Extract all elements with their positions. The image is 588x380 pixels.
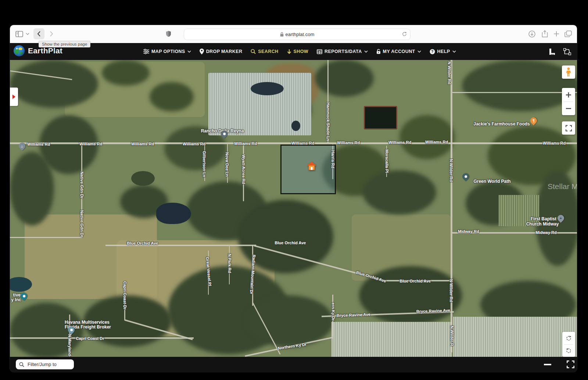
road-label: Capri Coast Dr bbox=[123, 281, 127, 309]
road-label: Blue Orchid Ave bbox=[400, 279, 431, 283]
road-label: Capri Coast Dr bbox=[76, 336, 104, 341]
road-label: Bryce Ravine Ave bbox=[337, 312, 370, 317]
pegman-control[interactable] bbox=[562, 65, 575, 79]
pond bbox=[131, 171, 155, 186]
road-label: N Wilder R bbox=[450, 326, 454, 346]
menu-show[interactable]: SHOW bbox=[287, 49, 309, 54]
home-glyph: ⌂ bbox=[19, 143, 25, 149]
menu-search[interactable]: SEARCH bbox=[251, 49, 278, 54]
address-bar[interactable]: earthplat.com bbox=[184, 29, 410, 40]
url-text: earthplat.com bbox=[286, 32, 315, 37]
road-label: Blue Orchid Ave bbox=[275, 241, 306, 245]
filter-jump-input[interactable] bbox=[27, 361, 69, 367]
pin-dot bbox=[70, 329, 73, 331]
crop-field bbox=[453, 317, 577, 357]
map-pin-icon: ⌂ bbox=[17, 141, 26, 150]
privacy-shield-icon[interactable] bbox=[163, 28, 174, 39]
new-tab-icon[interactable] bbox=[551, 28, 562, 39]
menu-drop-marker[interactable]: DROP MARKER bbox=[200, 49, 243, 54]
road-label: Harris Rd bbox=[331, 150, 335, 168]
road-label: Midway Rd bbox=[535, 230, 556, 235]
road-label: Nova Dee Ln bbox=[225, 152, 229, 177]
road-native-gdn-dr bbox=[10, 237, 82, 238]
filter-jump-box[interactable] bbox=[16, 359, 74, 369]
poi-label: y Inc bbox=[11, 297, 21, 302]
road-label: Williams Rd bbox=[79, 142, 102, 146]
menu-help[interactable]: ? HELP bbox=[430, 49, 456, 54]
road-n-wilder-rd bbox=[451, 60, 452, 352]
collapse-bar-button[interactable] bbox=[541, 357, 554, 372]
road-label: Williams Rd bbox=[425, 140, 448, 144]
poi-label: Church Midway bbox=[526, 221, 559, 227]
back-button[interactable] bbox=[33, 28, 44, 39]
draw-polygon-icon[interactable] bbox=[563, 48, 571, 55]
svg-text:?: ? bbox=[431, 50, 434, 54]
search-icon bbox=[251, 49, 256, 54]
rotate-counterclockwise-button[interactable] bbox=[562, 345, 575, 357]
poi-label: First Baptist bbox=[531, 216, 556, 221]
app-navbar: EarthPlat MAP OPTIONS DROP MARKER SEARCH… bbox=[10, 43, 577, 60]
zoom-out-button[interactable] bbox=[562, 102, 575, 115]
menu-label: HELP bbox=[437, 49, 450, 54]
rotate-control bbox=[562, 332, 575, 357]
back-button-tooltip: Show the previous page bbox=[39, 41, 90, 47]
https-lock-icon bbox=[280, 32, 284, 37]
sidebar-expand-tab[interactable] bbox=[10, 88, 18, 106]
road-minor bbox=[452, 92, 577, 93]
rotate-clockwise-button[interactable] bbox=[562, 332, 575, 344]
map-fullscreen-button[interactable] bbox=[562, 121, 575, 135]
earthplat-globe-icon bbox=[14, 45, 25, 56]
download-icon[interactable] bbox=[526, 28, 537, 39]
fullscreen-corners-icon bbox=[566, 125, 572, 131]
chevron-down-icon bbox=[364, 50, 368, 53]
expand-fullscreen-button[interactable] bbox=[564, 357, 577, 372]
road-label: N Park Rd bbox=[227, 254, 232, 273]
menu-reports-data[interactable]: REPORTS/DATA bbox=[317, 49, 368, 54]
share-icon[interactable] bbox=[539, 28, 550, 39]
road-label: Williams Rd bbox=[183, 142, 205, 146]
chevron-down-icon bbox=[187, 50, 191, 53]
menu-label: SHOW bbox=[294, 49, 309, 54]
menu-my-account[interactable]: MY ACCOUNT bbox=[376, 49, 421, 54]
reload-icon[interactable] bbox=[402, 31, 407, 38]
pin-dot bbox=[23, 295, 25, 298]
road-label: Gilbertson Ln bbox=[202, 151, 207, 177]
trees bbox=[359, 266, 462, 325]
road-label: Midway Rd bbox=[458, 229, 479, 234]
road-label: Blue Orchid Ave bbox=[127, 241, 158, 245]
road-label: Native Gdn Dr bbox=[80, 210, 84, 237]
fullscreen-corners-icon bbox=[567, 361, 574, 368]
poi-label: Jackie's Farmhouse Foods bbox=[473, 121, 530, 127]
menu-map-options[interactable]: MAP OPTIONS bbox=[143, 49, 191, 54]
sidebar-chevron-down-icon[interactable] bbox=[25, 28, 31, 39]
satellite-map[interactable]: Stellar MLS Williams RdWilli bbox=[10, 60, 577, 357]
subject-property-house-icon[interactable] bbox=[307, 161, 316, 170]
chevron-down-icon bbox=[417, 50, 421, 53]
road-label: ern Ky Dr bbox=[331, 302, 336, 321]
zoom-in-button[interactable] bbox=[562, 88, 575, 102]
rotate-clockwise-icon bbox=[566, 335, 572, 341]
lock-icon bbox=[376, 49, 381, 54]
road-label: Williams Rd bbox=[388, 140, 411, 145]
trees bbox=[315, 60, 374, 97]
tab-overview-icon[interactable] bbox=[563, 28, 574, 39]
road-label: N Wilder Rd bbox=[449, 279, 453, 302]
search-icon bbox=[19, 362, 24, 367]
map-pin-icon: ¶ bbox=[529, 116, 538, 125]
rotate-counterclockwise-icon bbox=[566, 348, 572, 354]
sliders-icon bbox=[143, 49, 149, 54]
road-label: Moracalla Pl bbox=[385, 149, 389, 173]
forward-button[interactable] bbox=[46, 28, 57, 39]
road-label: Williams Rd bbox=[291, 141, 314, 145]
sidebar-toggle-icon[interactable] bbox=[14, 28, 25, 39]
road-label: N Maryland bbox=[68, 334, 72, 356]
stellar-mls-watermark: Stellar MLS bbox=[548, 182, 577, 191]
pond bbox=[251, 82, 284, 95]
road-label: Wyatt Acres Rd bbox=[241, 155, 246, 184]
trees bbox=[10, 60, 98, 108]
menu-label: MAP OPTIONS bbox=[151, 49, 185, 54]
road-label: N Wilder Rd bbox=[447, 61, 452, 84]
trees bbox=[102, 60, 150, 86]
zoom-control bbox=[562, 88, 575, 115]
measure-ruler-icon[interactable] bbox=[549, 48, 555, 55]
